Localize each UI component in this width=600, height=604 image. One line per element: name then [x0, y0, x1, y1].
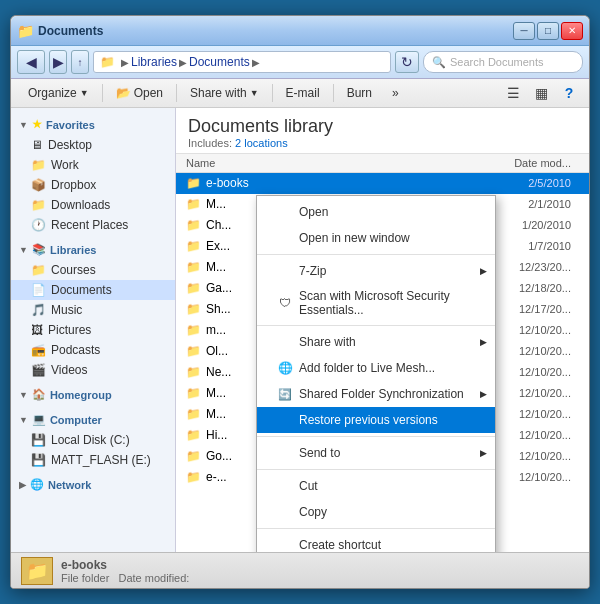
sidebar-item-courses[interactable]: 📁 Courses: [11, 260, 175, 280]
homegroup-arrow: ▼: [19, 390, 28, 400]
work-icon: 📁: [31, 158, 46, 172]
view-details-button[interactable]: ☰: [501, 83, 525, 103]
path-documents[interactable]: Documents: [189, 55, 250, 69]
ctx-open-label: Open: [299, 205, 328, 219]
toolbar-sep-1: [102, 84, 103, 102]
libraries-label: Libraries: [50, 244, 96, 256]
search-box[interactable]: 🔍 Search Documents: [423, 51, 583, 73]
sidebar-item-work[interactable]: 📁 Work: [11, 155, 175, 175]
ctx-create-shortcut[interactable]: Create shortcut: [257, 532, 495, 552]
title-bar: 📁 Documents ─ □ ✕: [11, 16, 589, 46]
ctx-restore-label: Restore previous versions: [299, 413, 438, 427]
sidebar-item-videos-label: Videos: [51, 363, 87, 377]
network-icon: 🌐: [30, 478, 44, 491]
ctx-7zip[interactable]: 7-Zip: [257, 258, 495, 284]
folder-icon-4: 📁: [186, 260, 201, 274]
folder-icon-11: 📁: [186, 407, 201, 421]
forward-button[interactable]: ▶: [49, 50, 67, 74]
title-bar-left: 📁 Documents: [17, 23, 103, 39]
locations-link[interactable]: 2 locations: [235, 137, 288, 149]
downloads-icon: 📁: [31, 198, 46, 212]
path-libraries[interactable]: Libraries: [131, 55, 177, 69]
folder-icon-ebooks: 📁: [186, 176, 201, 190]
library-subtitle: Includes: 2 locations: [188, 137, 333, 149]
sidebar-item-work-label: Work: [51, 158, 79, 172]
ctx-copy-icon: [277, 504, 293, 520]
ctx-shared-sync[interactable]: 🔄 Shared Folder Synchronization: [257, 381, 495, 407]
ctx-live-mesh[interactable]: 🌐 Add folder to Live Mesh...: [257, 355, 495, 381]
file-date-12: 12/10/20...: [499, 429, 579, 441]
libraries-header[interactable]: ▼ 📚 Libraries: [11, 239, 175, 260]
file-date-8: 12/10/20...: [499, 345, 579, 357]
help-button[interactable]: ?: [557, 83, 581, 103]
open-button[interactable]: 📂 Open: [107, 82, 172, 104]
more-button[interactable]: »: [383, 82, 408, 104]
organize-button[interactable]: Organize ▼: [19, 82, 98, 104]
burn-button[interactable]: Burn: [338, 82, 381, 104]
sidebar-item-dropbox[interactable]: 📦 Dropbox: [11, 175, 175, 195]
view-list-button[interactable]: ▦: [529, 83, 553, 103]
folder-icon-3: 📁: [186, 239, 201, 253]
ctx-send-to[interactable]: Send to: [257, 440, 495, 466]
ctx-send-icon: [277, 445, 293, 461]
address-bar: ◀ ▶ ↑ 📁 ▶ Libraries ▶ Documents ▶ ↻ 🔍 Se…: [11, 46, 589, 79]
sidebar-item-documents[interactable]: 📄 Documents: [11, 280, 175, 300]
computer-header[interactable]: ▼ 💻 Computer: [11, 409, 175, 430]
sidebar-item-local-disk[interactable]: 💾 Local Disk (C:): [11, 430, 175, 450]
ctx-open-new-window[interactable]: Open in new window: [257, 225, 495, 251]
more-label: »: [392, 86, 399, 100]
ctx-7zip-icon: [277, 263, 293, 279]
col-date-header[interactable]: Date mod...: [499, 157, 579, 169]
ctx-shortcut-label: Create shortcut: [299, 538, 381, 552]
folder-icon-1: 📁: [186, 197, 201, 211]
ctx-send-label: Send to: [299, 446, 340, 460]
ctx-open[interactable]: Open: [257, 199, 495, 225]
ctx-copy[interactable]: Copy: [257, 499, 495, 525]
up-button[interactable]: ↑: [71, 50, 89, 74]
back-button[interactable]: ◀: [17, 50, 45, 74]
folder-icon-13: 📁: [186, 449, 201, 463]
file-date-7: 12/10/20...: [499, 324, 579, 336]
sidebar-item-pictures[interactable]: 🖼 Pictures: [11, 320, 175, 340]
computer-label: Computer: [50, 414, 102, 426]
close-button[interactable]: ✕: [561, 22, 583, 40]
email-button[interactable]: E-mail: [277, 82, 329, 104]
favorites-header[interactable]: ▼ ★ Favorites: [11, 114, 175, 135]
sidebar-item-downloads[interactable]: 📁 Downloads: [11, 195, 175, 215]
network-header[interactable]: ▶ 🌐 Network: [11, 474, 175, 495]
ctx-cut[interactable]: Cut: [257, 473, 495, 499]
homegroup-header[interactable]: ▼ 🏠 Homegroup: [11, 384, 175, 405]
toolbar: Organize ▼ 📂 Open Share with ▼ E-mail Bu…: [11, 79, 589, 108]
address-path[interactable]: 📁 ▶ Libraries ▶ Documents ▶: [93, 51, 391, 73]
minimize-button[interactable]: ─: [513, 22, 535, 40]
ctx-scan[interactable]: 🛡 Scan with Microsoft Security Essential…: [257, 284, 495, 322]
libraries-arrow: ▼: [19, 245, 28, 255]
col-name-header[interactable]: Name: [186, 157, 499, 169]
folder-icon-5: 📁: [186, 281, 201, 295]
favorites-section: ▼ ★ Favorites 🖥 Desktop 📁 Work 📦 Dropbox: [11, 114, 175, 235]
ctx-open-new-label: Open in new window: [299, 231, 410, 245]
share-button[interactable]: Share with ▼: [181, 82, 268, 104]
toolbar-sep-3: [272, 84, 273, 102]
sidebar-item-matt-flash[interactable]: 💾 MATT_FLASH (E:): [11, 450, 175, 470]
sidebar-item-recent[interactable]: 🕐 Recent Places: [11, 215, 175, 235]
organize-label: Organize: [28, 86, 77, 100]
homegroup-label: Homegroup: [50, 389, 112, 401]
favorites-arrow: ▼: [19, 120, 28, 130]
refresh-button[interactable]: ↻: [395, 51, 419, 73]
file-item-ebooks[interactable]: 📁 e-books 2/5/2010: [176, 173, 589, 194]
ctx-restore[interactable]: Restore previous versions: [257, 407, 495, 433]
maximize-button[interactable]: □: [537, 22, 559, 40]
sidebar-item-podcasts[interactable]: 📻 Podcasts: [11, 340, 175, 360]
sidebar-item-videos[interactable]: 🎬 Videos: [11, 360, 175, 380]
sidebar-item-music[interactable]: 🎵 Music: [11, 300, 175, 320]
file-date-11: 12/10/20...: [499, 408, 579, 420]
open-label: Open: [134, 86, 163, 100]
sidebar-item-desktop[interactable]: 🖥 Desktop: [11, 135, 175, 155]
file-date-13: 12/10/20...: [499, 450, 579, 462]
ctx-cut-icon: [277, 478, 293, 494]
network-label: Network: [48, 479, 91, 491]
status-info: e-books File folder Date modified:: [61, 558, 189, 584]
file-list-header: Name Date mod...: [176, 154, 589, 173]
ctx-share-with[interactable]: Share with: [257, 329, 495, 355]
